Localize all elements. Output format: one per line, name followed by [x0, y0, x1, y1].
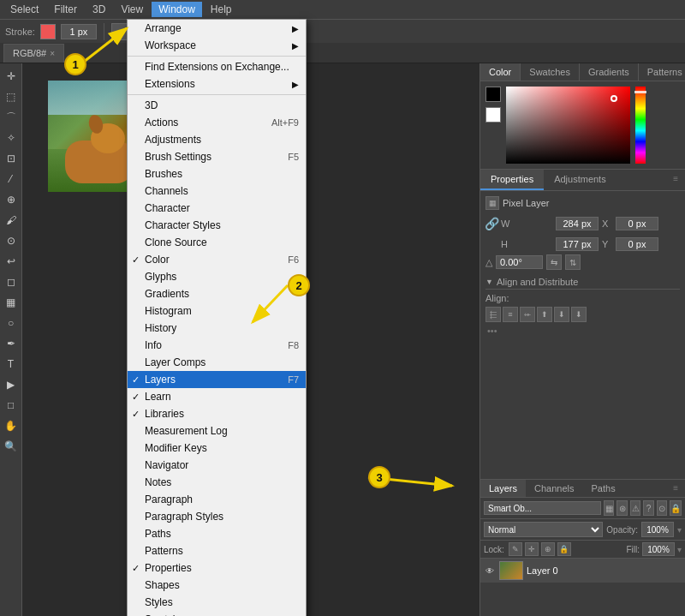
- tab-swatches[interactable]: Swatches: [521, 63, 580, 81]
- shape-tool[interactable]: □: [2, 396, 21, 415]
- eyedropper-tool[interactable]: ⁄: [2, 170, 21, 188]
- menu-color[interactable]: ✓ Color F6: [128, 251, 306, 268]
- align-top-btn[interactable]: ⬆: [537, 307, 552, 322]
- menu-learn[interactable]: ✓ Learn: [128, 388, 306, 405]
- menu-character[interactable]: Character: [128, 200, 306, 217]
- link-dimensions-icon[interactable]: 🔗: [485, 213, 497, 234]
- menu-find-extensions[interactable]: Find Extensions on Exchange...: [128, 58, 306, 75]
- flip-vertical-btn[interactable]: ⇅: [565, 254, 581, 270]
- hand-tool[interactable]: ✋: [2, 416, 21, 435]
- layer-warning-btn[interactable]: ⚠: [630, 500, 640, 516]
- background-swatch[interactable]: [485, 107, 501, 123]
- align-center-v-btn[interactable]: ⬇: [554, 307, 569, 322]
- align-right-btn[interactable]: ⬰: [520, 307, 535, 322]
- tab-channels[interactable]: Channels: [526, 480, 582, 497]
- menu-properties[interactable]: ✓ Properties: [128, 559, 306, 577]
- color-gradient-picker[interactable]: [506, 87, 630, 164]
- menu-adjustments[interactable]: Adjustments: [128, 131, 306, 148]
- tab-adjustments[interactable]: Adjustments: [544, 170, 616, 190]
- lock-all-btn[interactable]: 🔒: [557, 542, 571, 556]
- menu-libraries[interactable]: ✓ Libraries: [128, 405, 306, 422]
- menu-layers[interactable]: ✓ Layers F7: [128, 371, 306, 388]
- align-section-arrow[interactable]: ▼: [485, 278, 493, 286]
- opacity-input[interactable]: [641, 522, 674, 537]
- menu-select[interactable]: Select: [3, 2, 45, 17]
- menu-filter[interactable]: Filter: [47, 2, 84, 17]
- saturation-brightness-field[interactable]: [506, 87, 630, 164]
- lock-artboard-btn[interactable]: ⊕: [541, 542, 555, 556]
- type-tool[interactable]: T: [2, 355, 21, 374]
- menu-styles[interactable]: Styles: [128, 594, 306, 611]
- brush-tool[interactable]: 🖌: [2, 211, 21, 230]
- menu-history[interactable]: History: [128, 320, 306, 337]
- align-left-btn[interactable]: ⬱: [485, 307, 501, 322]
- blend-mode-select[interactable]: Normal Multiply Screen Overlay: [484, 522, 603, 537]
- document-tab[interactable]: RGB/8# ×: [3, 44, 64, 63]
- align-bottom-btn[interactable]: ⬇: [571, 307, 587, 322]
- menu-view[interactable]: View: [114, 2, 150, 17]
- layer-filter-type-btn[interactable]: ▦: [604, 500, 614, 516]
- menu-glyphs[interactable]: Glyphs: [128, 268, 306, 285]
- window-menu-dropdown[interactable]: Arrange ▶ Workspace ▶ Find Extensions on…: [127, 19, 307, 616]
- menu-paragraph-styles[interactable]: Paragraph Styles: [128, 508, 306, 525]
- menu-window[interactable]: Window: [152, 2, 202, 17]
- menu-arrange[interactable]: Arrange ▶: [128, 20, 306, 37]
- menu-extensions[interactable]: Extensions ▶: [128, 75, 306, 93]
- layer-info-btn[interactable]: ?: [643, 500, 653, 516]
- crop-tool[interactable]: ⊡: [2, 149, 21, 168]
- menu-help[interactable]: Help: [204, 2, 239, 17]
- menu-character-styles[interactable]: Character Styles: [128, 217, 306, 234]
- menu-brush-settings[interactable]: Brush Settings F5: [128, 148, 306, 165]
- props-panel-menu-btn[interactable]: ≡: [666, 170, 685, 190]
- menu-histogram[interactable]: Histogram: [128, 302, 306, 320]
- tab-layers[interactable]: Layers: [480, 480, 526, 497]
- tab-patterns[interactable]: Patterns: [639, 63, 685, 81]
- dodge-tool[interactable]: ○: [2, 314, 21, 332]
- menu-measurement-log[interactable]: Measurement Log: [128, 422, 306, 440]
- menu-info[interactable]: Info F8: [128, 337, 306, 354]
- clone-tool[interactable]: ⊙: [2, 231, 21, 250]
- lock-pixel-btn[interactable]: ✎: [509, 542, 522, 556]
- gradient-tool[interactable]: ▦: [2, 293, 21, 312]
- select-tool[interactable]: ⬚: [2, 87, 21, 106]
- height-value[interactable]: 177 px: [556, 237, 599, 251]
- menu-paragraph[interactable]: Paragraph: [128, 491, 306, 508]
- hue-slider[interactable]: [635, 87, 646, 164]
- tab-color[interactable]: Color: [480, 63, 521, 81]
- layers-search-input[interactable]: [484, 501, 601, 515]
- fill-input[interactable]: [642, 542, 675, 556]
- y-value[interactable]: 0 px: [616, 237, 658, 251]
- stroke-value-input[interactable]: [61, 24, 97, 39]
- magic-wand-tool[interactable]: ✧: [2, 129, 21, 147]
- tab-paths[interactable]: Paths: [583, 480, 624, 497]
- layer-lock-btn[interactable]: 🔒: [670, 500, 682, 516]
- tab-close-button[interactable]: ×: [50, 49, 55, 58]
- stroke-color-swatch[interactable]: [40, 24, 56, 39]
- layers-panel-menu-btn[interactable]: ≡: [666, 480, 685, 497]
- tab-gradients[interactable]: Gradients: [580, 63, 639, 81]
- menu-patterns[interactable]: Patterns: [128, 542, 306, 559]
- menu-brushes[interactable]: Brushes: [128, 165, 306, 182]
- menu-clone-source[interactable]: Clone Source: [128, 234, 306, 251]
- menu-layer-comps[interactable]: Layer Comps: [128, 354, 306, 371]
- zoom-tool[interactable]: 🔍: [2, 437, 21, 456]
- menu-actions[interactable]: Actions Alt+F9: [128, 114, 306, 131]
- menu-shapes[interactable]: Shapes: [128, 577, 306, 594]
- menu-channels[interactable]: Channels: [128, 182, 306, 200]
- tab-properties[interactable]: Properties: [480, 170, 544, 190]
- lock-position-btn[interactable]: ✛: [525, 542, 539, 556]
- lasso-tool[interactable]: ⌒: [2, 108, 21, 127]
- align-center-h-btn[interactable]: ≡: [503, 307, 518, 322]
- menu-workspace[interactable]: Workspace ▶: [128, 37, 306, 54]
- tool-mode-btn-1[interactable]: ▭: [111, 23, 128, 40]
- menu-3d[interactable]: 3D: [128, 97, 306, 114]
- menu-notes[interactable]: Notes: [128, 474, 306, 491]
- layer-visibility-toggle[interactable]: 👁: [484, 565, 496, 577]
- x-value[interactable]: 0 px: [616, 217, 658, 230]
- rotation-value[interactable]: 0.00°: [496, 255, 543, 269]
- spot-heal-tool[interactable]: ⊕: [2, 190, 21, 209]
- pen-tool[interactable]: ✒: [2, 334, 21, 353]
- menu-modifier-keys[interactable]: Modifier Keys: [128, 440, 306, 457]
- width-value[interactable]: 284 px: [556, 217, 599, 230]
- menu-swatches[interactable]: Swatches: [128, 611, 306, 616]
